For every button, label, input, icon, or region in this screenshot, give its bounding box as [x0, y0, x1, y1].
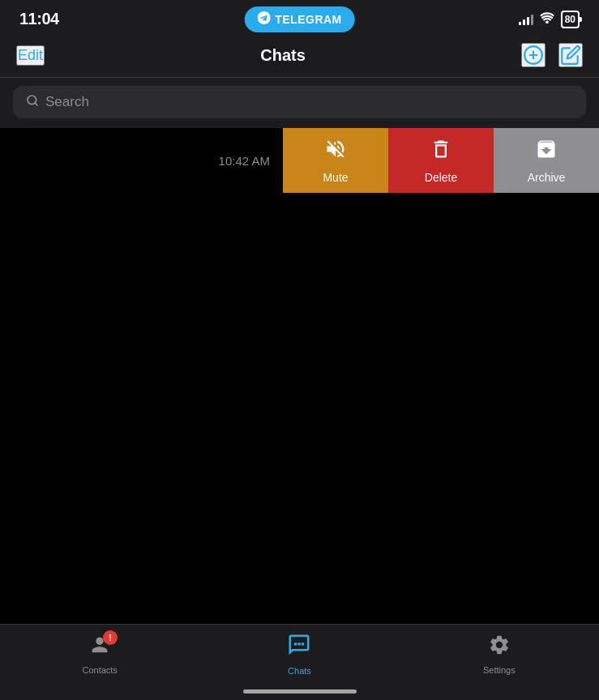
status-time: 11:04 [19, 10, 59, 28]
telegram-badge-container: TELEGRAM [244, 6, 355, 32]
delete-label: Delete [425, 171, 457, 184]
new-group-button[interactable] [521, 43, 546, 67]
mute-label: Mute [323, 171, 348, 184]
archive-icon [535, 138, 558, 166]
search-icon [26, 94, 39, 110]
delete-button[interactable]: Delete [388, 128, 494, 193]
settings-icon-wrap [488, 634, 511, 662]
nav-actions [521, 43, 583, 67]
mute-button[interactable]: Mute [283, 128, 388, 193]
message-time: 10:42 AM [219, 154, 270, 168]
signal-bar-2 [523, 19, 525, 25]
archive-label: Archive [528, 171, 566, 184]
svg-line-4 [35, 103, 37, 105]
svg-point-7 [302, 642, 305, 646]
archive-button[interactable]: Archive [494, 128, 599, 193]
mute-icon [324, 138, 347, 166]
signal-bar-1 [519, 22, 521, 25]
signal-bar-3 [527, 17, 529, 25]
tab-settings[interactable]: Settings [400, 634, 599, 675]
tab-bar: ! Contacts Chats [0, 624, 599, 700]
nav-bar: Edit Chats [0, 35, 599, 78]
signal-bars [519, 14, 533, 25]
search-container: Search [0, 78, 599, 128]
chats-label: Chats [288, 666, 311, 676]
nav-title: Chats [260, 46, 306, 65]
search-placeholder: Search [45, 94, 89, 110]
contacts-label: Contacts [82, 665, 117, 675]
chats-icon-wrap [287, 633, 311, 663]
home-indicator [243, 689, 357, 694]
svg-point-5 [294, 642, 297, 646]
settings-label: Settings [483, 665, 516, 675]
telegram-label: TELEGRAM [275, 13, 342, 26]
swipe-row: 10:42 AM Mute [0, 128, 599, 193]
telegram-icon [257, 11, 270, 28]
tab-chats[interactable]: Chats [199, 633, 399, 676]
contacts-icon-wrap: ! [88, 634, 111, 662]
telegram-badge: TELEGRAM [244, 6, 355, 32]
tab-contacts[interactable]: ! Contacts [0, 634, 199, 675]
signal-bar-4 [531, 15, 533, 25]
app-wrapper: 11:04 TELEGRAM [0, 0, 599, 700]
main-content: 10:42 AM Mute [0, 128, 599, 700]
swipe-actions: Mute Delete [283, 128, 599, 193]
contacts-badge: ! [103, 630, 118, 645]
compose-button[interactable] [558, 43, 583, 67]
search-bar[interactable]: Search [13, 86, 586, 118]
chats-icon [287, 633, 311, 663]
status-right: 80 [519, 11, 580, 28]
svg-point-6 [298, 642, 302, 646]
battery-level: 80 [565, 14, 575, 25]
edit-button[interactable]: Edit [16, 45, 45, 66]
status-bar: 11:04 TELEGRAM [0, 0, 599, 35]
swipe-row-left: 10:42 AM [0, 128, 283, 193]
delete-icon [430, 138, 452, 166]
settings-icon [488, 634, 511, 662]
battery: 80 [561, 11, 580, 28]
wifi-icon [540, 12, 554, 26]
